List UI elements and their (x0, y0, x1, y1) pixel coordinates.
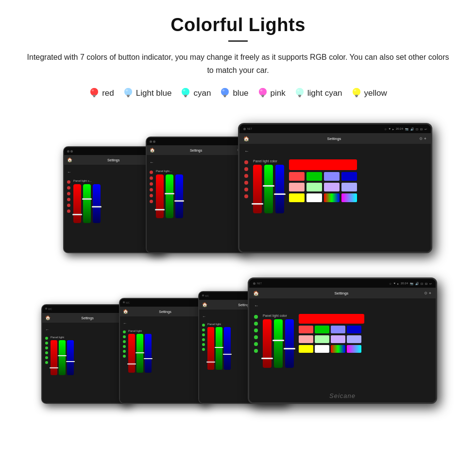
svg-rect-18 (224, 96, 226, 97)
color-item-pink: pink (257, 86, 286, 100)
svg-point-19 (222, 89, 225, 91)
title-divider (228, 40, 248, 42)
page-title: Colorful Lights (19, 15, 457, 35)
color-label-lightcyan: light cyan (307, 88, 342, 98)
svg-rect-7 (127, 95, 130, 96)
svg-rect-12 (184, 95, 187, 96)
screens-sections: ⚙ ✦ 🏠 Settings ⚙ ✦ ← (19, 115, 457, 404)
svg-point-31 (353, 88, 360, 96)
bulb-icon-pink (257, 86, 268, 100)
bulb-icon-red (89, 86, 100, 100)
svg-point-9 (125, 89, 128, 91)
color-item-cyan: cyan (180, 86, 211, 100)
svg-point-11 (182, 88, 189, 96)
bulb-icon-lightcyan (294, 86, 305, 100)
svg-rect-17 (223, 95, 226, 96)
bulb-icon-cyan (180, 86, 191, 100)
svg-point-26 (296, 88, 304, 96)
color-item-blue: blue (220, 86, 248, 100)
screen1-panel-label: Panel light c... (73, 179, 155, 182)
watermark-text: Seicane (329, 392, 356, 399)
svg-rect-27 (298, 95, 301, 96)
svg-point-4 (92, 89, 94, 91)
svg-rect-3 (93, 96, 95, 97)
bottom-screens-row: WC ⚙ 🏠 Settings ⚙ ← (19, 268, 457, 404)
svg-rect-8 (127, 96, 129, 97)
svg-point-1 (90, 88, 98, 96)
svg-rect-13 (185, 96, 187, 97)
svg-rect-22 (261, 95, 264, 96)
color-item-red: red (89, 86, 114, 100)
colors-row: red Light blue (19, 86, 457, 100)
color-label-red: red (102, 88, 114, 98)
svg-point-6 (124, 88, 132, 96)
color-label-lightblue: Light blue (136, 88, 172, 98)
svg-rect-32 (355, 95, 358, 96)
bulb-icon-lightblue (123, 86, 134, 100)
bulb-icon-blue (220, 86, 230, 100)
bottom-screen-4: NET ☆♥▸20:24📷🔊⊡⊟↩ 🏠 Settings ⚙ ✦ ← (248, 277, 437, 404)
bottom-screen-1: WC ⚙ 🏠 Settings ⚙ ← (41, 304, 131, 404)
svg-rect-33 (356, 96, 357, 97)
color-label-pink: pink (271, 88, 286, 98)
svg-point-16 (221, 88, 229, 96)
page-wrapper: Colorful Lights Integrated with 7 colors… (0, 0, 476, 423)
bottom-screen-2: WC ⚙ 🏠 Settings ⚙ ← (119, 298, 209, 404)
top-screen-3: NET ☆♥▸20:24📷🔊⊡⊟↩ 🏠 Settings ⚙ ✦ (238, 123, 432, 253)
color-label-blue: blue (233, 88, 248, 98)
top-screens-row: ⚙ ✦ 🏠 Settings ⚙ ✦ ← (19, 115, 457, 253)
svg-point-21 (259, 88, 267, 96)
svg-rect-28 (299, 96, 301, 97)
color-label-cyan: cyan (193, 88, 211, 98)
svg-point-24 (260, 89, 262, 91)
svg-point-29 (297, 89, 299, 91)
svg-rect-2 (93, 95, 96, 96)
color-item-lightcyan: light cyan (294, 86, 342, 100)
color-item-yellow: yellow (351, 86, 387, 100)
color-label-yellow: yellow (364, 88, 387, 98)
title-section: Colorful Lights (19, 15, 457, 42)
bulb-icon-yellow (351, 86, 362, 100)
screen1-settings: Settings (74, 158, 153, 162)
description-text: Integrated with 7 colors of button indic… (19, 51, 457, 77)
color-item-lightblue: Light blue (123, 86, 172, 100)
svg-rect-23 (262, 96, 264, 97)
top-screen-2: ⚙ ✦ 🏠 Settings ⚙ ✦ ← (146, 137, 248, 253)
svg-point-14 (183, 89, 186, 91)
svg-point-34 (354, 89, 356, 91)
